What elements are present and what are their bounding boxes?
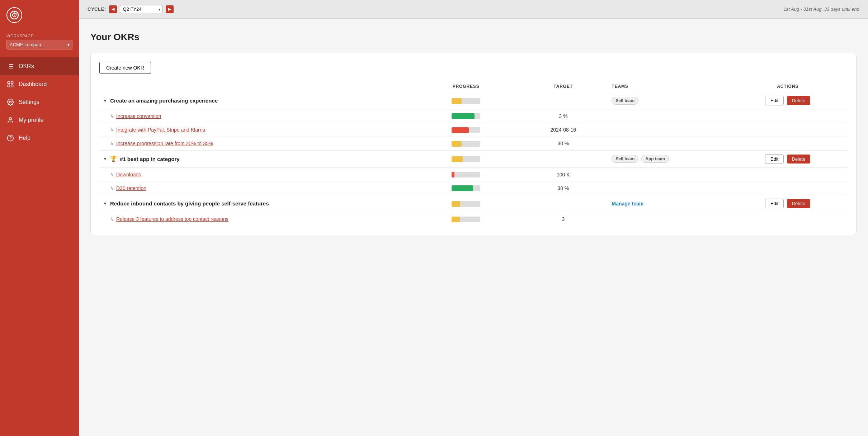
edit-button[interactable]: Edit (765, 96, 784, 105)
kr-actions-cell (728, 181, 848, 195)
logo-icon (6, 7, 22, 23)
kr-target-cell: 30 % (518, 181, 608, 195)
kr-progress-cell (414, 109, 518, 123)
delete-button[interactable]: Delete (787, 96, 811, 105)
kr-link[interactable]: Integrate with PayPal, Stripe and Klarna (116, 127, 205, 133)
objective-actions-cell: Edit Delete (728, 195, 848, 212)
cycle-select[interactable]: Q1 FY24 Q2 FY24 Q3 FY24 Q4 FY24 (120, 5, 163, 13)
sidebar-item-dashboard[interactable]: Dashboard (0, 75, 79, 93)
objective-target-cell (518, 195, 608, 212)
list-icon (6, 62, 14, 70)
nav-menu: OKRs Dashboard Settings My profile Help (0, 54, 79, 436)
objective-name-cell: ▼ Reduce inbound contacts by giving peop… (99, 195, 414, 212)
col-header-actions: ACTIONS (728, 81, 848, 92)
delete-button[interactable]: Delete (787, 199, 811, 208)
kr-actions-cell (728, 212, 848, 226)
kr-target-cell: 100 K (518, 167, 608, 181)
kr-target-cell: 2024-08-16 (518, 123, 608, 137)
objective-name-text: Reduce inbound contacts by giving people… (110, 200, 269, 207)
kr-link[interactable]: Release 3 features to address top contac… (116, 216, 228, 222)
sidebar-item-settings[interactable]: Settings (0, 93, 79, 111)
kr-name-cell: ↳ Increase conversion (99, 109, 414, 123)
collapse-arrow[interactable]: ▼ (103, 98, 107, 103)
progress-bar-fill (452, 141, 462, 147)
table-row: ↳ Release 3 features to address top cont… (99, 212, 848, 226)
kr-indent-arrow: ↳ (110, 185, 114, 191)
col-header-teams: TEAMS (608, 81, 728, 92)
kr-actions-cell (728, 109, 848, 123)
col-header-progress: PROGRESS (414, 81, 518, 92)
workspace-label: WORKSPACE: (6, 34, 72, 38)
collapse-arrow[interactable]: ▼ (103, 156, 107, 161)
main-area: CYCLE: ◀ Q1 FY24 Q2 FY24 Q3 FY24 Q4 FY24… (79, 0, 868, 436)
progress-bar-fill (452, 113, 475, 119)
edit-button[interactable]: Edit (765, 199, 784, 208)
kr-target-text: 3 % (559, 113, 567, 119)
objective-progress-cell (414, 92, 518, 109)
sidebar-logo (0, 0, 79, 30)
content-area: Your OKRs Create new OKR PROGRESS TARGET… (79, 19, 868, 436)
sidebar-item-label-settings: Settings (19, 99, 39, 105)
table-row: ▼ Reduce inbound contacts by giving peop… (99, 195, 848, 212)
kr-name-cell: ↳ Downloads (99, 167, 414, 181)
cycle-next-button[interactable]: ▶ (166, 5, 174, 13)
progress-bar-wrapper (452, 113, 480, 119)
objective-target-cell (518, 92, 608, 109)
table-row: ▼ Create an amazing purchasing experienc… (99, 92, 848, 109)
progress-bar-fill (452, 172, 454, 177)
kr-link[interactable]: Increase progression rate from 20% to 30… (116, 141, 213, 146)
sidebar-item-okrs[interactable]: OKRs (0, 57, 79, 75)
progress-bar-fill (452, 156, 462, 162)
cycle-section: CYCLE: ◀ Q1 FY24 Q2 FY24 Q3 FY24 Q4 FY24… (88, 5, 174, 13)
kr-indent-arrow: ↳ (110, 113, 114, 119)
collapse-arrow[interactable]: ▼ (103, 201, 107, 206)
kr-link[interactable]: Downloads (116, 172, 141, 177)
table-row: ↳ Downloads 100 K (99, 167, 848, 181)
manage-team-link[interactable]: Manage team (612, 201, 643, 207)
objective-teams-cell: Sell team (608, 92, 728, 109)
workspace-section: WORKSPACE: ACME compan... (0, 30, 79, 54)
table-row: ▼ 🏆 #1 best app in category (99, 150, 848, 167)
okr-card: Create new OKR PROGRESS TARGET TEAMS ACT… (90, 53, 857, 235)
kr-indent-arrow: ↳ (110, 141, 114, 146)
sidebar-item-help[interactable]: Help (0, 129, 79, 147)
kr-target-cell: 3 (518, 212, 608, 226)
create-okr-button[interactable]: Create new OKR (99, 62, 151, 74)
kr-link[interactable]: Increase conversion (116, 113, 161, 119)
cycle-select-wrapper: Q1 FY24 Q2 FY24 Q3 FY24 Q4 FY24 (120, 5, 163, 13)
kr-link[interactable]: D30 retention (116, 185, 146, 191)
workspace-dropdown[interactable]: ACME compan... (6, 40, 72, 49)
sidebar-item-my-profile[interactable]: My profile (0, 111, 79, 129)
sidebar-item-label-dashboard: Dashboard (19, 81, 47, 87)
kr-progress-cell (414, 167, 518, 181)
kr-teams-cell (608, 181, 728, 195)
table-row: ↳ D30 retention 30 % (99, 181, 848, 195)
progress-bar-wrapper (452, 185, 480, 191)
edit-button[interactable]: Edit (765, 154, 784, 164)
delete-button[interactable]: Delete (787, 155, 811, 164)
kr-teams-cell (608, 212, 728, 226)
progress-bar-wrapper (452, 98, 480, 104)
kr-teams-cell (608, 109, 728, 123)
kr-target-text: 2024-08-16 (551, 127, 576, 133)
svg-rect-12 (11, 82, 13, 84)
topbar: CYCLE: ◀ Q1 FY24 Q2 FY24 Q3 FY24 Q4 FY24… (79, 0, 868, 19)
team-badge[interactable]: App team (641, 155, 669, 163)
kr-target-text: 30 % (557, 141, 569, 146)
objective-name-cell: ▼ 🏆 #1 best app in category (99, 150, 414, 167)
kr-actions-cell (728, 137, 848, 150)
kr-target-cell: 30 % (518, 137, 608, 150)
team-badge[interactable]: Sell team (612, 155, 638, 163)
table-row: ↳ Increase progression rate from 20% to … (99, 137, 848, 150)
progress-bar-wrapper (452, 156, 480, 162)
progress-bar-fill (452, 98, 462, 104)
cycle-prev-button[interactable]: ◀ (109, 5, 117, 13)
team-badge[interactable]: Sell team (612, 97, 638, 105)
kr-progress-cell (414, 212, 518, 226)
objective-teams-cell: Manage team (608, 195, 728, 212)
page-title: Your OKRs (90, 32, 857, 43)
objective-emoji: 🏆 (110, 156, 117, 162)
table-row: ↳ Increase conversion 3 % (99, 109, 848, 123)
progress-bar-wrapper (452, 201, 480, 207)
col-header-name (99, 81, 414, 92)
